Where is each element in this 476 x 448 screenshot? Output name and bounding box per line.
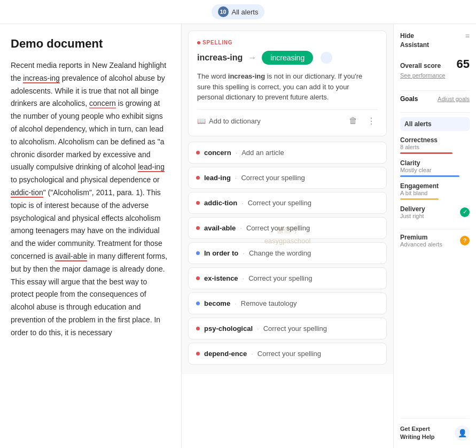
alert-separator: · [240,224,242,232]
word-available[interactable]: avail-able [55,252,87,261]
alert-item[interactable]: addic-tion · Correct your spelling [188,192,387,214]
divider-3 [400,229,470,229]
alert-separator: · [236,149,238,157]
alert-item[interactable]: become · Remove tautology [188,292,387,314]
delivery-sub: Just right [400,213,425,219]
alert-item[interactable]: In order to · Change the wording [188,242,387,264]
clarity-bar [400,175,459,177]
card-description: The word increas-ing is not in our dicti… [197,71,378,103]
document-title: Demo document [11,37,170,51]
spelling-label: SPELLING [197,40,378,45]
alert-dot [196,327,200,330]
score-row: Overall score 65 [400,57,470,71]
metric-correctness: Correctness 8 alerts [400,136,470,154]
alert-dot [196,176,200,180]
word-leading[interactable]: lead-ing [138,163,165,172]
word-original: increas-ing [197,53,243,63]
alert-description: Correct your spelling [248,274,312,282]
overall-score-label: Overall score [400,62,441,69]
goals-row: Goals Adjust goals [400,95,470,103]
get-expert-label: Get ExpertWriting Help [400,425,435,441]
alert-separator: · [257,325,259,333]
premium-sub: Advanced alerts [400,241,442,248]
alert-word: In order to [204,249,238,257]
card-action-icons: 🗑 ⋮ [347,115,378,127]
engagement-sub: A bit bland [400,190,470,196]
right-panel: HideAssistant ≡ Overall score 65 See per… [393,24,476,448]
alert-item[interactable]: psy-chological · Correct your spelling [188,318,387,339]
card-actions: 📖 Add to dictionary 🗑 ⋮ [197,109,378,127]
alert-word: become [204,299,230,307]
alert-word: lead-ing [204,174,231,182]
correctness-label: Correctness [400,136,470,144]
alert-item[interactable]: ex-istence · Correct your spelling [188,267,387,289]
arrow-icon: → [248,53,256,63]
top-bar: 10 All alerts [0,0,476,24]
goals-label: Goals [400,95,418,103]
alert-separator: · [243,249,245,257]
alert-item[interactable]: lead-ing · Correct your spelling [188,167,387,189]
all-alerts-button[interactable]: All alerts [400,117,470,131]
alerts-badge[interactable]: 10 All alerts [212,4,265,19]
alert-description: Correct your spelling [246,224,310,232]
alert-separator: · [235,174,237,182]
delete-icon-button[interactable]: 🗑 [347,115,360,127]
delivery-label: Delivery [400,205,425,213]
clarity-label: Clarity [400,159,470,167]
alert-description: Correct your spelling [263,325,327,333]
score-section: Overall score 65 See performance [400,57,470,79]
word-suggestion[interactable]: increasing [262,51,313,65]
metric-delivery: Delivery Just right ✓ [400,205,470,219]
adjust-goals[interactable]: Adjust goals [438,96,470,102]
alert-word: ex-istence [204,274,238,282]
alert-dot [196,251,200,255]
alert-dot [196,276,200,280]
see-performance[interactable]: See performance [400,72,470,79]
premium-badge-icon: ? [460,236,470,245]
alert-separator: · [251,350,253,358]
word-addiction[interactable]: addic-tion [11,188,43,198]
alert-description: Correct your spelling [241,174,305,182]
divider-1 [400,90,470,91]
add-to-dictionary-button[interactable]: 📖 Add to dictionary [197,117,261,125]
document-body: Recent media reports in New Zealand high… [11,59,170,339]
premium-labels: Premium Advanced alerts [400,234,442,248]
get-expert-section[interactable]: Get ExpertWriting Help 👤 [400,418,470,441]
alert-dot [196,302,200,305]
alerts-label: All alerts [232,8,259,16]
delivery-row: Delivery Just right ✓ [400,205,470,219]
book-icon: 📖 [197,117,206,125]
alert-dot [196,352,200,356]
alerts-panel: SPELLING increas-ing → increasing The wo… [182,24,393,374]
delivery-check-icon: ✓ [460,207,470,217]
engagement-label: Engagement [400,182,470,190]
overall-score-value: 65 [457,57,470,71]
alert-separator: · [241,199,244,207]
spelling-card: SPELLING increas-ing → increasing The wo… [188,30,387,136]
word-increasing[interactable]: increas-ing [23,74,59,83]
alert-item[interactable]: concern · Add an article [188,142,387,164]
premium-label: Premium [400,234,442,241]
correction-row: increas-ing → increasing [197,51,378,65]
alert-description: Remove tautology [241,299,297,307]
word-concern[interactable]: concern [89,99,116,109]
correctness-bar [400,152,452,154]
delivery-labels: Delivery Just right [400,205,425,219]
alerts-middle: SPELLING increas-ing → increasing The wo… [182,24,393,448]
correction-bubble [321,52,332,64]
alert-dot [196,151,200,155]
metric-premium: Premium Advanced alerts ? [400,234,470,250]
alert-dot [196,226,200,230]
person-icon: 👤 [455,426,470,441]
alert-dot [196,201,200,205]
more-options-button[interactable]: ⋮ [365,115,378,127]
alert-word: depend-ence [204,350,247,358]
alerts-count: 10 [218,6,229,17]
divider-2 [400,112,470,113]
alert-item[interactable]: depend-ence · Correct your spelling [188,343,387,365]
alert-word: avail-able [204,224,236,232]
menu-icon[interactable]: ≡ [465,32,470,40]
document-panel: Demo document Recent media reports in Ne… [0,24,182,448]
alert-item[interactable]: avail-able · Correct your spelling [188,217,387,239]
engagement-bar [400,198,439,200]
